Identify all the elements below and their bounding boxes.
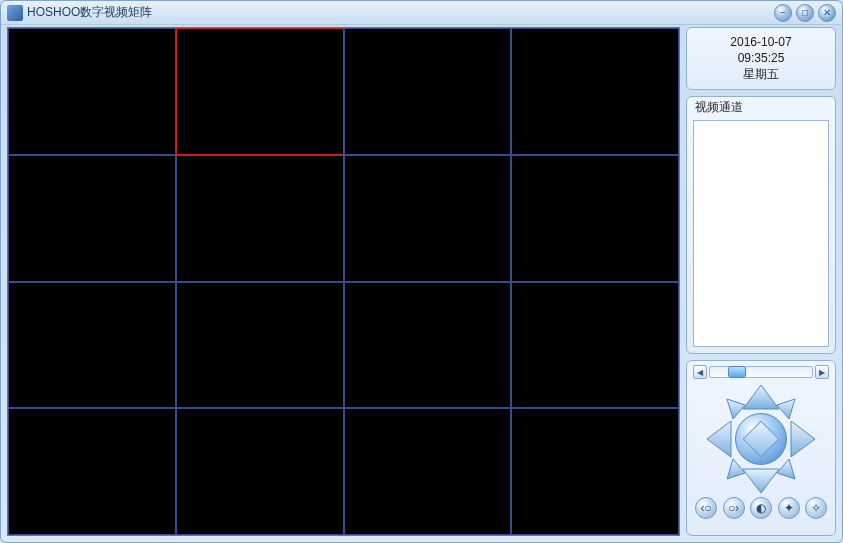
maximize-button[interactable]: □ xyxy=(796,4,814,22)
ptz-control-row: ‹○ ○› ◐ ✦ ✧ xyxy=(693,497,829,519)
app-window: HOSHOO数字视频矩阵 − □ ✕ 2016-10-07 09:35:25 星… xyxy=(0,0,843,543)
ptz-direction-pad xyxy=(701,383,821,495)
channel-list[interactable] xyxy=(693,120,829,347)
ptz-speed-slider: ◀ ▶ xyxy=(693,365,829,379)
close-button[interactable]: ✕ xyxy=(818,4,836,22)
channel-panel: 视频通道 xyxy=(686,96,836,354)
video-cell[interactable] xyxy=(511,155,679,282)
video-cell[interactable] xyxy=(511,408,679,535)
weekday-text: 星期五 xyxy=(691,66,831,82)
video-cell[interactable] xyxy=(344,408,512,535)
minimize-button[interactable]: − xyxy=(774,4,792,22)
diamond-icon xyxy=(743,421,780,458)
titlebar[interactable]: HOSHOO数字视频矩阵 − □ ✕ xyxy=(1,1,842,25)
iris-close-button[interactable]: ✧ xyxy=(805,497,827,519)
video-grid[interactable] xyxy=(7,27,680,536)
video-cell[interactable] xyxy=(176,28,344,155)
video-cell[interactable] xyxy=(511,28,679,155)
ptz-downleft-icon[interactable] xyxy=(727,459,745,479)
video-cell[interactable] xyxy=(176,155,344,282)
video-cell[interactable] xyxy=(8,282,176,409)
window-body: 2016-10-07 09:35:25 星期五 视频通道 ◀ ▶ xyxy=(1,25,842,542)
focus-button[interactable]: ◐ xyxy=(750,497,772,519)
ptz-down-icon[interactable] xyxy=(743,469,779,493)
ptz-downright-icon[interactable] xyxy=(777,459,795,479)
slider-left-button[interactable]: ◀ xyxy=(693,365,707,379)
video-cell[interactable] xyxy=(511,282,679,409)
video-cell[interactable] xyxy=(176,282,344,409)
sidebar: 2016-10-07 09:35:25 星期五 视频通道 ◀ ▶ xyxy=(686,27,836,536)
ptz-up-icon[interactable] xyxy=(743,385,779,409)
ptz-upright-icon[interactable] xyxy=(777,399,795,419)
video-cell[interactable] xyxy=(344,28,512,155)
ptz-center-button[interactable] xyxy=(735,413,787,465)
ptz-left-icon[interactable] xyxy=(707,421,731,457)
iris-open-button[interactable]: ✦ xyxy=(778,497,800,519)
window-title: HOSHOO数字视频矩阵 xyxy=(27,4,774,21)
video-cell[interactable] xyxy=(8,28,176,155)
ptz-right-icon[interactable] xyxy=(791,421,815,457)
slider-right-button[interactable]: ▶ xyxy=(815,365,829,379)
app-icon xyxy=(7,5,23,21)
date-text: 2016-10-07 xyxy=(691,34,831,50)
ptz-upleft-icon[interactable] xyxy=(727,399,745,419)
zoom-in-button[interactable]: ○› xyxy=(723,497,745,519)
channel-panel-title: 视频通道 xyxy=(687,97,835,118)
slider-thumb[interactable] xyxy=(728,366,746,378)
ptz-panel: ◀ ▶ xyxy=(686,360,836,536)
window-controls: − □ ✕ xyxy=(774,4,836,22)
video-cell[interactable] xyxy=(344,155,512,282)
video-cell[interactable] xyxy=(8,155,176,282)
zoom-out-button[interactable]: ‹○ xyxy=(695,497,717,519)
video-cell[interactable] xyxy=(176,408,344,535)
slider-track[interactable] xyxy=(709,366,813,378)
time-text: 09:35:25 xyxy=(691,50,831,66)
video-cell[interactable] xyxy=(8,408,176,535)
video-cell[interactable] xyxy=(344,282,512,409)
datetime-panel: 2016-10-07 09:35:25 星期五 xyxy=(686,27,836,90)
